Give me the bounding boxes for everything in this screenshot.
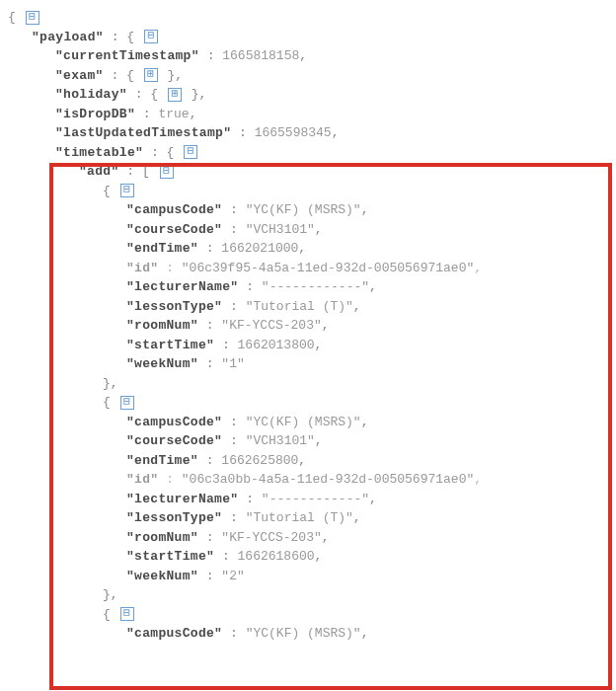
campusCode-line: "campusCode" : "YC(KF) (MSRS)", bbox=[8, 624, 608, 644]
expand-icon[interactable]: ⊞ bbox=[168, 88, 182, 102]
collapse-icon[interactable]: ⊟ bbox=[184, 145, 197, 159]
json-root-open: { ⊟ bbox=[8, 8, 608, 28]
key-isDropDB: "isDropDB" bbox=[55, 107, 135, 121]
payload-line: "payload" : { ⊟ bbox=[8, 28, 608, 47]
campusCode-line: "campusCode" : "YC(KF) (MSRS)", bbox=[8, 200, 608, 220]
key-timetable: "timetable" bbox=[55, 145, 143, 160]
key-payload: "payload" bbox=[32, 30, 104, 44]
exam-line: "exam" : { ⊞ }, bbox=[8, 66, 608, 86]
campusCode-line: "campusCode" : "YC(KF) (MSRS)", bbox=[8, 413, 608, 432]
collapse-icon[interactable]: ⊟ bbox=[120, 396, 134, 410]
lessonType-line: "lessonType" : "Tutorial (T)", bbox=[8, 297, 608, 317]
array-item-open: { ⊟ bbox=[8, 393, 608, 413]
val-lastUpdatedTimestamp: 1665598345 bbox=[255, 125, 332, 140]
val-isDropDB: true bbox=[158, 107, 189, 121]
array-item-open: { ⊟ bbox=[8, 182, 608, 201]
lessonType-line: "lessonType" : "Tutorial (T)", bbox=[8, 508, 608, 528]
courseCode-line: "courseCode" : "VCH3101", bbox=[8, 431, 608, 451]
holiday-line: "holiday" : { ⊞ }, bbox=[8, 85, 608, 105]
key-exam: "exam" bbox=[55, 68, 104, 83]
collapse-icon[interactable]: ⊟ bbox=[120, 607, 134, 621]
endTime-line: "endTime" : 1662625800, bbox=[8, 451, 608, 471]
id-line: "id" : "06c39f95-4a5a-11ed-932d-00505697… bbox=[8, 259, 608, 278]
startTime-line: "startTime" : 1662618600, bbox=[8, 547, 608, 567]
isDropDB-line: "isDropDB" : true, bbox=[8, 105, 608, 124]
startTime-line: "startTime" : 1662013800, bbox=[8, 336, 608, 355]
brace-open: { bbox=[8, 10, 16, 25]
key-holiday: "holiday" bbox=[55, 87, 127, 102]
key-add: "add" bbox=[79, 164, 119, 179]
collapse-icon[interactable]: ⊟ bbox=[144, 30, 158, 43]
lecturerName-line: "lecturerName" : "------------", bbox=[8, 490, 608, 509]
timetable-line: "timetable" : { ⊟ bbox=[8, 143, 608, 163]
array-item-open: { ⊟ bbox=[8, 605, 608, 625]
courseCode-line: "courseCode" : "VCH3101", bbox=[8, 220, 608, 240]
weekNum-line: "weekNum" : "2" bbox=[8, 567, 608, 586]
array-item-close: }, bbox=[8, 585, 608, 605]
endTime-line: "endTime" : 1662021000, bbox=[8, 239, 608, 259]
collapse-icon[interactable]: ⊟ bbox=[160, 165, 174, 179]
roomNum-line: "roomNum" : "KF-YCCS-203", bbox=[8, 528, 608, 548]
roomNum-line: "roomNum" : "KF-YCCS-203", bbox=[8, 316, 608, 336]
collapse-icon[interactable]: ⊟ bbox=[120, 184, 134, 197]
array-item-close: }, bbox=[8, 374, 608, 394]
collapse-icon[interactable]: ⊟ bbox=[26, 11, 39, 25]
add-line: "add" : [ ⊟ bbox=[8, 162, 608, 182]
key-lastUpdatedTimestamp: "lastUpdatedTimestamp" bbox=[55, 125, 231, 140]
weekNum-line: "weekNum" : "1" bbox=[8, 354, 608, 374]
id-line: "id" : "06c3a0bb-4a5a-11ed-932d-00505697… bbox=[8, 470, 608, 490]
val-currentTimestamp: 1665818158 bbox=[222, 48, 299, 63]
currentTimestamp-line: "currentTimestamp" : 1665818158, bbox=[8, 46, 608, 66]
lecturerName-line: "lecturerName" : "------------", bbox=[8, 277, 608, 297]
key-currentTimestamp: "currentTimestamp" bbox=[55, 48, 199, 63]
expand-icon[interactable]: ⊞ bbox=[144, 68, 158, 82]
lastUpdatedTimestamp-line: "lastUpdatedTimestamp" : 1665598345, bbox=[8, 123, 608, 143]
